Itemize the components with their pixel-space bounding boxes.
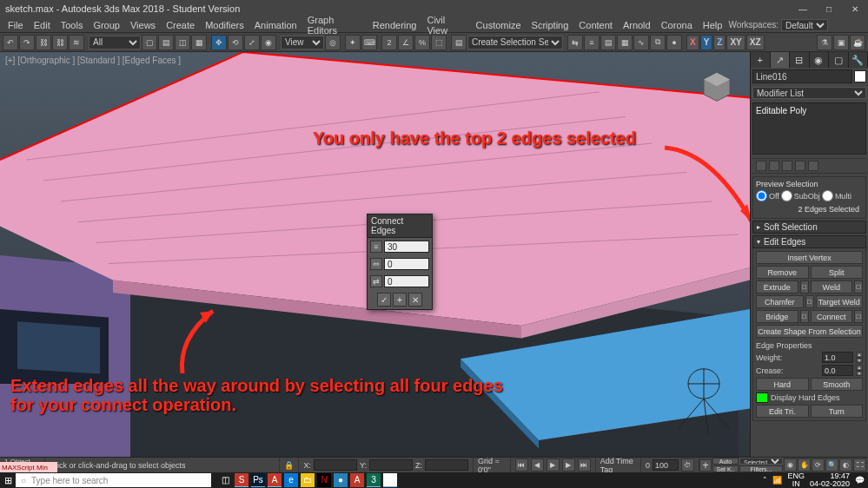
hard-edge-color-swatch[interactable] — [756, 392, 768, 403]
use-pivot-button[interactable]: ◎ — [325, 35, 341, 50]
axis-xz-button[interactable]: XZ — [746, 35, 765, 50]
menu-rendering[interactable]: Rendering — [368, 19, 421, 31]
coord-y-field[interactable] — [369, 459, 413, 471]
select-rotate-button[interactable]: ⟲ — [228, 35, 243, 50]
smooth-button[interactable]: Smooth — [811, 378, 864, 391]
bridge-settings-button[interactable]: □ — [800, 310, 809, 323]
tray-network-icon[interactable]: 📶 — [772, 476, 782, 485]
task-view-button[interactable]: ◫ — [218, 473, 232, 487]
preview-off-radio[interactable] — [756, 190, 767, 201]
tab-modify[interactable]: ↗ — [771, 52, 791, 68]
modifier-stack[interactable]: Editable Poly — [752, 102, 866, 155]
time-play-button[interactable]: ▶ — [547, 458, 560, 472]
align-button[interactable]: ≡ — [584, 35, 600, 50]
pin-stack-button[interactable] — [756, 161, 766, 171]
rollout-soft-selection[interactable]: Soft Selection — [752, 221, 866, 234]
key-filter-selected-dropdown[interactable]: Selected — [739, 458, 783, 465]
menu-views[interactable]: Views — [126, 19, 160, 31]
menu-tools[interactable]: Tools — [56, 19, 88, 31]
keyboard-shortcut-button[interactable]: ⌨ — [361, 35, 377, 50]
undo-button[interactable]: ↶ — [3, 35, 18, 50]
menu-create[interactable]: Create — [162, 19, 199, 31]
taskbar-app-autocad[interactable]: A — [268, 473, 282, 487]
preview-subobj-radio[interactable] — [781, 190, 792, 201]
spinner-snap-button[interactable]: ⬚ — [431, 35, 447, 50]
render-frame-button[interactable]: ▣ — [833, 35, 849, 50]
time-tag-button[interactable]: Add Time Tag — [596, 458, 641, 472]
select-by-name-button[interactable]: ▤ — [158, 35, 174, 50]
connect-button[interactable]: Connect — [811, 310, 853, 323]
select-scale-button[interactable]: ⤢ — [244, 35, 260, 50]
bridge-button[interactable]: Bridge — [756, 310, 798, 323]
taskbar-app-photoshop[interactable]: Ps — [251, 473, 265, 487]
schematic-view-button[interactable]: ⧉ — [650, 35, 666, 50]
time-goto-start-button[interactable]: ⏮ — [515, 458, 528, 472]
time-prev-button[interactable]: ◀ — [531, 458, 544, 472]
toggle-ribbon-button[interactable]: ▦ — [617, 35, 633, 50]
weight-spinner[interactable]: 1.0 — [822, 352, 853, 363]
set-key-plus-button[interactable]: + — [699, 459, 712, 472]
edit-tri-button[interactable]: Edit Tri. — [756, 405, 809, 418]
axis-xy-button[interactable]: XY — [726, 35, 745, 50]
pinch-icon[interactable]: ⇔ — [370, 258, 382, 270]
extrude-settings-button[interactable]: □ — [800, 280, 809, 293]
hard-button[interactable]: Hard — [756, 378, 809, 391]
remove-modifier-button[interactable] — [795, 161, 805, 171]
caddy-cancel-button[interactable]: ✕ — [408, 293, 422, 307]
tray-chevron-icon[interactable]: ˄ — [763, 476, 767, 485]
modifier-list-dropdown[interactable]: Modifier List — [752, 87, 866, 99]
axis-x-button[interactable]: X — [686, 35, 699, 50]
snap-percent-button[interactable]: % — [414, 35, 430, 50]
caddy-apply-button[interactable]: + — [393, 293, 407, 307]
time-next-button[interactable]: ▶ — [562, 458, 575, 472]
show-end-result-button[interactable] — [769, 161, 779, 171]
minimize-button[interactable]: — — [790, 0, 816, 17]
key-filters-button[interactable]: Filters... — [739, 465, 783, 472]
edit-named-sel-button[interactable]: ▤ — [451, 35, 467, 50]
select-place-button[interactable]: ◉ — [261, 35, 276, 50]
taskbar-app-sketchup[interactable]: S — [235, 473, 248, 487]
weld-settings-button[interactable]: □ — [854, 280, 863, 293]
slide-spinner[interactable]: 0 — [384, 275, 429, 287]
taskbar-app-chrome[interactable]: ◉ — [383, 473, 397, 487]
link-button[interactable]: ⛓ — [36, 35, 51, 50]
menu-edit[interactable]: Edit — [30, 19, 55, 31]
menu-civil-view[interactable]: Civil View — [422, 14, 469, 36]
split-button[interactable]: Split — [811, 266, 864, 279]
viewport-nav-pan-button[interactable]: ✋ — [798, 458, 811, 472]
select-move-button[interactable]: ✥ — [211, 35, 227, 50]
viewport-nav-arc-button[interactable]: ⟳ — [812, 458, 825, 472]
tab-motion[interactable]: ◉ — [810, 52, 830, 68]
tray-date[interactable]: 04-02-2020 — [810, 480, 850, 488]
chamfer-button[interactable]: Chamfer — [756, 295, 804, 308]
make-unique-button[interactable] — [782, 161, 792, 171]
lock-selection-button[interactable]: 🔒 — [280, 458, 299, 472]
selection-filter-dropdown[interactable]: All — [89, 36, 141, 49]
pinch-spinner[interactable]: 0 — [384, 258, 429, 270]
tray-locale[interactable]: IN — [787, 480, 805, 488]
menu-help[interactable]: Help — [699, 19, 727, 31]
caddy-ok-button[interactable]: ✓ — [377, 293, 391, 307]
time-config-button[interactable]: ⏱ — [681, 458, 694, 472]
workspace-dropdown[interactable]: Default — [781, 19, 828, 31]
select-region-button[interactable]: ◫ — [175, 35, 190, 50]
configure-sets-button[interactable] — [808, 161, 818, 171]
current-frame-field[interactable]: 100 — [653, 459, 679, 471]
viewport-nav-zoom-button[interactable]: 🔍 — [825, 458, 838, 472]
slide-icon[interactable]: ⇄ — [370, 275, 382, 287]
time-goto-end-button[interactable]: ⏭ — [578, 458, 591, 472]
maxscript-listener[interactable]: MAXScript Min — [0, 462, 57, 472]
ref-coord-dropdown[interactable]: View — [281, 36, 324, 49]
tab-hierarchy[interactable]: ⊟ — [790, 52, 810, 68]
bind-button[interactable]: ≋ — [69, 35, 84, 50]
menu-customize[interactable]: Customize — [472, 19, 526, 31]
caddy-title[interactable]: Connect Edges — [368, 214, 432, 238]
menu-scripting[interactable]: Scripting — [527, 19, 573, 31]
redo-button[interactable]: ↷ — [19, 35, 35, 50]
curve-editor-button[interactable]: ∿ — [633, 35, 649, 50]
segments-icon[interactable]: ≡ — [370, 241, 382, 253]
create-shape-button[interactable]: Create Shape From Selection — [756, 325, 863, 338]
object-name-field[interactable]: Line016 — [752, 69, 852, 83]
render-setup-button[interactable]: ⚗ — [817, 35, 832, 50]
segments-spinner[interactable]: 30 — [384, 241, 429, 253]
